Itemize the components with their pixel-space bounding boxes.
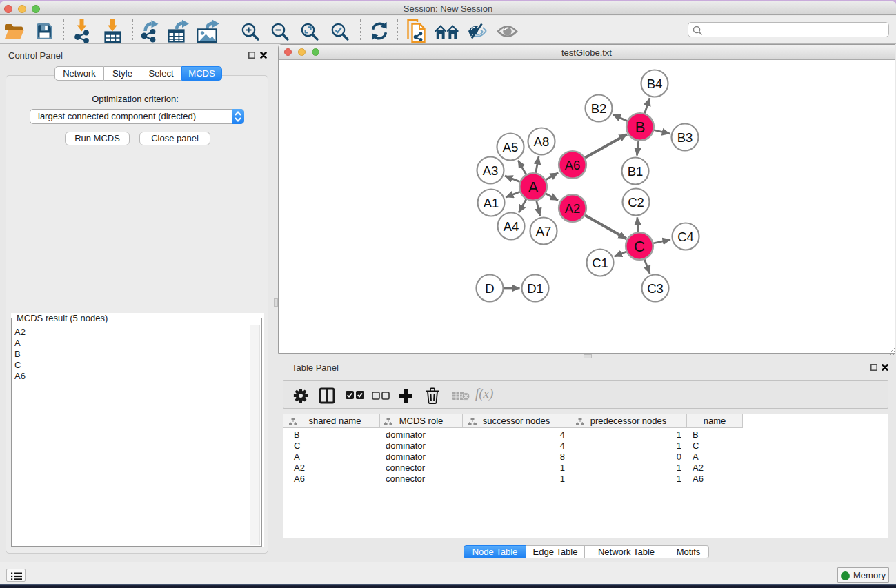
svg-text:A5: A5 — [503, 140, 519, 154]
svg-text:A7: A7 — [536, 224, 552, 239]
svg-text:A2: A2 — [565, 201, 581, 216]
svg-text:B1: B1 — [628, 164, 644, 179]
svg-text:C: C — [634, 238, 645, 255]
svg-text:D: D — [485, 281, 494, 296]
svg-text:B: B — [635, 119, 646, 136]
svg-text:D1: D1 — [527, 281, 544, 296]
svg-text:C2: C2 — [628, 195, 644, 210]
svg-text:B4: B4 — [647, 77, 663, 91]
svg-text:A4: A4 — [504, 219, 519, 234]
svg-text:C4: C4 — [677, 230, 694, 244]
svg-text:B2: B2 — [591, 101, 607, 116]
svg-text:A: A — [528, 179, 539, 196]
svg-text:A8: A8 — [534, 134, 550, 149]
svg-text:A6: A6 — [565, 158, 581, 172]
svg-text:C3: C3 — [647, 281, 664, 296]
svg-text:C1: C1 — [592, 256, 608, 270]
svg-text:A3: A3 — [483, 163, 499, 178]
svg-text:A1: A1 — [484, 196, 499, 210]
svg-text:B3: B3 — [677, 130, 693, 145]
